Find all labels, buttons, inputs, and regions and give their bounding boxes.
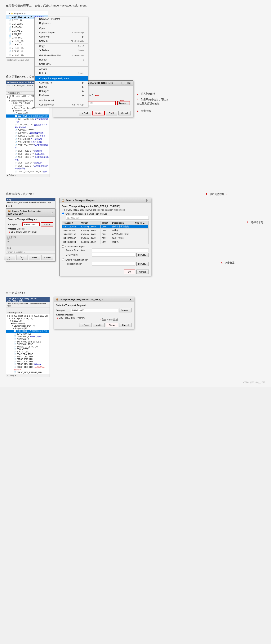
s3-eclipse-title: Help: [6, 198, 55, 201]
tree-node: 📄 ZTEST_1104_LHY 测试1104: [6, 363, 49, 366]
maximize-btn[interactable]: □: [125, 82, 128, 84]
close-btn[interactable]: ✕: [128, 82, 131, 84]
menu-debug-as[interactable]: Debug As ▶: [35, 89, 88, 93]
transport-table: Transport Owner Target Description CTS P…: [62, 221, 148, 244]
menu-change-package[interactable]: Change Package Assignment...: [35, 76, 88, 80]
win-buttons: ─ □ ✕: [122, 82, 131, 84]
tree-node: 📄 ZTEST_1105_LHY 1105测试和ALV一些-新手与: [6, 164, 49, 170]
menu-unlock[interactable]: Unlock Ctrl+U: [35, 71, 88, 76]
s4-dialog-footer: < Back Next > Finish Cancel: [54, 321, 134, 329]
req-browse-btn[interactable]: Browse...: [136, 262, 149, 266]
minimize-btn[interactable]: ─: [122, 82, 124, 84]
table-row[interactable]: S4HK913951 KN089 (... DMY DMY 创建包: [62, 228, 148, 232]
radio-option1[interactable]: Choose from requests in which I am invol…: [62, 212, 149, 215]
s3-annotation3: 3、点击确定: [221, 261, 235, 264]
tree-node: 📄 ZMFW8001_TEST: [6, 343, 49, 346]
col-cts: CTS Pr ▲: [134, 221, 148, 225]
tree-node-selected[interactable]: 📄 ZBD_BTES_LHY 储能测试应用代码: [6, 114, 49, 118]
table-row[interactable]: S4HK913290 KN089 (... DMY DMY ASSIGN组计测试: [62, 232, 148, 236]
menu-open-with[interactable]: Open With ▶: [35, 35, 88, 39]
menu-share-link[interactable]: Share Link...: [35, 62, 88, 66]
menu-open[interactable]: Open: [35, 26, 88, 30]
request-number-input[interactable]: [92, 262, 135, 266]
tree-node-selected[interactable]: 📄 ZBD_BTES_LHY 储能测试应用代码: [6, 330, 49, 333]
menu-coverage-as[interactable]: Coverage As ▶: [35, 80, 88, 85]
col-owner: Owner: [80, 221, 100, 225]
s4-dialog-title: 📦 Change Package Assignment of ZBD_BTES_…: [54, 297, 134, 302]
s4-annotation: ↑ 点击Finish完成: [100, 318, 118, 322]
request-desc-label: Request Description: *: [66, 249, 90, 251]
watermark: CSDN @1314lay_1017: [6, 381, 265, 384]
cancel-button[interactable]: Cancel: [118, 111, 131, 116]
tree-node: 📄 ZTEST_1106_REPORT_LHY 测试: [6, 170, 49, 173]
filter-input[interactable]: [66, 216, 149, 220]
annotation1: 1、输入新的包名: [137, 92, 156, 96]
menu-add-bookmark[interactable]: Add Bookmark...: [35, 98, 88, 102]
menu-delete[interactable]: 🗙 Delete Delete: [35, 48, 88, 52]
s4-eclipse-panel: Change Package Assignment of ZBD_BTES_LH…: [6, 297, 50, 377]
cts-project-input[interactable]: [92, 253, 135, 256]
menu-sep3: [35, 53, 88, 53]
s4-browse-btn[interactable]: Browse...: [119, 308, 132, 312]
finish-button[interactable]: Finish: [106, 111, 117, 116]
menu-duplicate[interactable]: Duplicate...: [35, 21, 88, 25]
table-row[interactable]: S4HK913044 KN089 (... DMY DMY 创建包: [62, 240, 148, 244]
s4-back-btn[interactable]: < Back: [79, 323, 92, 327]
s3-cancel-btn2[interactable]: Cancel: [42, 255, 53, 260]
menu-show-in[interactable]: Show In Alt+Shift+W ▶: [35, 39, 88, 43]
s3-toolbar: ▶ ■ ◀: [6, 204, 55, 208]
table-row[interactable]: S4HK913032 KN089 (... DMY DMY 模具分摊项目: [62, 236, 148, 240]
browse-button[interactable]: Browse...: [117, 101, 130, 105]
menu-compare-with[interactable]: Compare With Ctrl+Alt+C ▶: [35, 102, 88, 107]
tree-node: 📄 ZTEST_1030_LHY TEST测试结构形对象: [6, 156, 49, 162]
transport-label: Transport:: [8, 223, 21, 226]
tree-node: 📄 ZMM002_ZTEST01_LHY 设置序: [6, 134, 49, 138]
tree-node: 📄 ZTEST_1029_LHY TEST工作区: [6, 152, 49, 156]
s4-next-btn[interactable]: Next >: [93, 323, 104, 327]
menu-new-abap[interactable]: New ABAP Program: [35, 17, 88, 21]
menu-open-project[interactable]: Open in Project Ctrl+Alt+P ▶: [35, 30, 88, 35]
s3-close[interactable]: ✕: [51, 211, 54, 214]
s4-dialog-area: 📦 Change Package Assignment of ZBD_BTES_…: [54, 297, 265, 329]
table-row[interactable]: S4HK913953 KN089 (... DMY DMY 修改程序所在包包: [62, 225, 148, 228]
menu-run-as[interactable]: Run As ▶: [35, 85, 88, 89]
request-desc-input[interactable]: [92, 248, 149, 252]
request-number-row: Request Number: Browse...: [66, 262, 149, 266]
next-button[interactable]: Next >: [92, 111, 105, 116]
s3-browse-btn[interactable]: Browse...: [41, 222, 54, 226]
filter-area: [66, 216, 149, 220]
radio-option2[interactable]: Create a new request: [62, 245, 149, 248]
menu-where-used[interactable]: Get Where-Used List Ctrl+Shift+G: [35, 54, 88, 58]
inner-desc: ⊙ For ZBD_BTES_LHY (REPS), the selected …: [62, 208, 149, 211]
back-button[interactable]: < Back: [79, 111, 91, 116]
tree-node: 📄 ZMFW8001_1 zmfw001乡镇医: [6, 132, 49, 134]
radio-choose-from[interactable]: [62, 212, 64, 215]
menu-profile-as[interactable]: Profile As ▶: [35, 93, 88, 98]
tree-node: ▼ KN089 (78): [6, 320, 49, 322]
s3-back-btn[interactable]: < Back: [4, 255, 15, 260]
radio-option3[interactable]: Enter a request number: [62, 258, 149, 261]
s4-close[interactable]: ✕: [129, 298, 132, 301]
s3-next-btn[interactable]: Next >: [16, 255, 28, 260]
radio-enter-number[interactable]: [62, 258, 64, 261]
menu-refresh[interactable]: Refresh F5: [35, 58, 88, 62]
inner-close[interactable]: ✕: [146, 199, 149, 202]
s4-affected-label: Affected Objects:: [56, 314, 132, 316]
s4-affected-value: ⊙ ZBD_BTES_LHY (Program): [56, 317, 132, 319]
s3-finish-btn[interactable]: Finish: [29, 255, 40, 260]
tree-node: 📄 ZMFW8001_SUB_SCREEN: [6, 340, 49, 343]
tree-programs: ▶ 📁 Programs (47): [6, 12, 48, 15]
menu-sep5: [35, 76, 88, 76]
cts-browse-btn[interactable]: Browse...: [136, 253, 149, 257]
menu-copy[interactable]: Copy Ctrl+C: [35, 44, 88, 48]
tree-node: 📄 ZMM002_ZTEST01_LHY: [6, 346, 49, 348]
s4-tree: ▼ S4H_400_kn089_zh 1 [S4H_400, KN089, ZH…: [6, 314, 50, 374]
s4-finish-btn[interactable]: Finish: [106, 323, 118, 327]
tree-node: 📄 ZDYG_ALV_TEST 设置程序和ALV测试测试DY9...: [6, 123, 49, 129]
inner-cancel-btn[interactable]: Cancel: [136, 270, 149, 274]
s4-cancel-btn[interactable]: Cancel: [119, 323, 132, 327]
menu-activate[interactable]: Activate: [35, 67, 88, 71]
s4-transport-row: Transport: S4HK913953 Browse...: [56, 308, 132, 312]
radio-create-new[interactable]: [62, 245, 64, 248]
ok-button[interactable]: OK: [124, 270, 135, 274]
